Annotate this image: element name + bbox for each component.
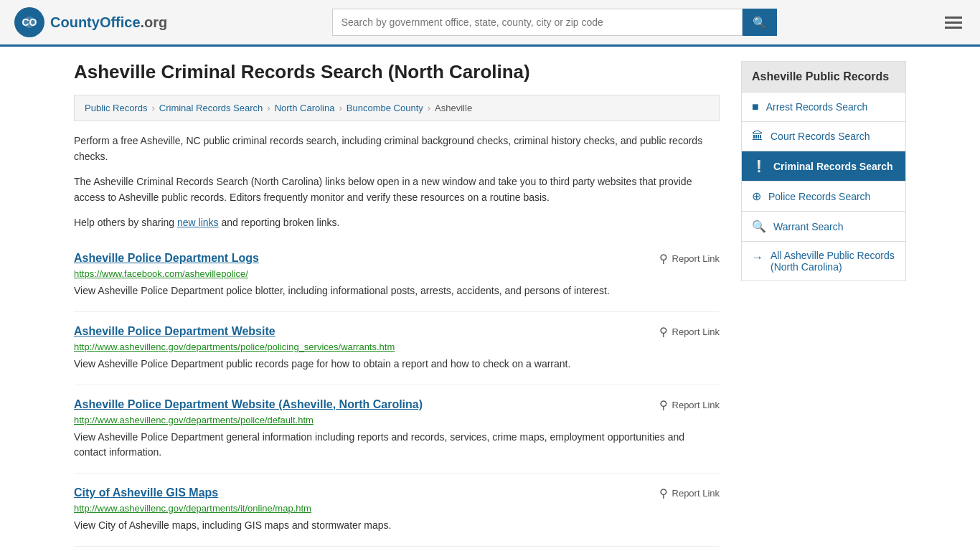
menu-button[interactable] [941,13,966,32]
report-link-2[interactable]: ⚲ Report Link [659,398,720,412]
description-1: Perform a free Asheville, NC public crim… [74,133,720,165]
result-desc-3: View City of Asheville maps, including G… [74,518,720,533]
search-input[interactable] [332,9,743,36]
breadcrumb-public-records[interactable]: Public Records [85,103,147,113]
report-icon-0: ⚲ [659,252,668,265]
sidebar-label-arrest-records: Arrest Records Search [766,101,868,113]
sidebar-item-criminal-records[interactable]: ❕ Criminal Records Search [741,151,906,181]
breadcrumb-buncombe-county[interactable]: Buncombe County [347,103,423,113]
sidebar-label-police-records: Police Records Search [768,191,870,202]
breadcrumb-asheville: Asheville [435,103,472,113]
sidebar-icon-court-records: 🏛 [752,130,763,143]
description-3: Help others by sharing new links and rep… [74,215,720,230]
report-label-3: Report Link [672,488,720,499]
report-label-0: Report Link [672,253,720,264]
result-desc-1: View Asheville Police Department public … [74,357,720,372]
breadcrumb: Public Records › Criminal Records Search… [74,95,720,121]
sidebar-icon-warrant-search: 🔍 [752,220,766,233]
result-url-2[interactable]: http://www.ashevillenc.gov/departments/p… [74,415,720,425]
main-container: Asheville Criminal Records Search (North… [60,47,920,551]
logo-icon: CO [14,7,44,37]
result-item-1: Asheville Police Department Website ⚲ Re… [74,312,720,385]
menu-icon-line3 [945,27,962,29]
report-icon-3: ⚲ [659,486,668,500]
sidebar-label-criminal-records: Criminal Records Search [773,161,893,172]
result-header-3: City of Asheville GIS Maps ⚲ Report Link [74,486,720,500]
report-label-2: Report Link [672,400,720,410]
result-url-1[interactable]: http://www.ashevillenc.gov/departments/p… [74,342,720,352]
new-links-link[interactable]: new links [177,217,219,228]
breadcrumb-sep-2: › [267,103,270,113]
sidebar-all-records-label: All Asheville Public Records (North Caro… [771,250,895,273]
sidebar-item-warrant-search[interactable]: 🔍 Warrant Search [741,211,906,242]
result-item-3: City of Asheville GIS Maps ⚲ Report Link… [74,474,720,547]
result-title-3[interactable]: City of Asheville GIS Maps [74,486,218,499]
menu-icon-line2 [945,22,962,24]
report-link-1[interactable]: ⚲ Report Link [659,325,720,339]
breadcrumb-sep-3: › [339,103,341,113]
report-link-3[interactable]: ⚲ Report Link [659,486,720,500]
breadcrumb-north-carolina[interactable]: North Carolina [275,103,335,113]
page-title: Asheville Criminal Records Search (North… [74,61,720,83]
sidebar-title: Asheville Public Records [741,61,906,92]
results-list: Asheville Police Department Logs ⚲ Repor… [74,239,720,547]
report-link-0[interactable]: ⚲ Report Link [659,252,720,265]
result-desc-2: View Asheville Police Department general… [74,430,720,460]
content-area: Asheville Criminal Records Search (North… [74,61,720,547]
result-item-0: Asheville Police Department Logs ⚲ Repor… [74,239,720,312]
result-header-2: Asheville Police Department Website (Ash… [74,398,720,412]
breadcrumb-sep-1: › [151,103,154,113]
result-title-1[interactable]: Asheville Police Department Website [74,325,275,338]
logo-text: CountyOffice.org [50,14,167,31]
sidebar-item-arrest-records[interactable]: ■ Arrest Records Search [741,92,906,121]
result-url-3[interactable]: http://www.ashevillenc.gov/departments/i… [74,503,720,514]
search-icon: 🔍 [753,16,767,29]
result-url-0[interactable]: https://www.facebook.com/ashevillepolice… [74,268,720,279]
sidebar-icon-police-records: ⊕ [752,189,761,203]
sidebar-label-warrant-search: Warrant Search [773,221,844,232]
svg-text:CO: CO [22,17,37,28]
result-desc-0: View Asheville Police Department police … [74,283,720,298]
search-area: 🔍 [332,9,777,36]
sidebar-item-police-records[interactable]: ⊕ Police Records Search [741,181,906,211]
result-item-2: Asheville Police Department Website (Ash… [74,385,720,474]
result-title-0[interactable]: Asheville Police Department Logs [74,252,259,265]
arrow-right-icon: → [752,251,763,264]
breadcrumb-criminal-records[interactable]: Criminal Records Search [159,103,263,113]
sidebar-item-court-records[interactable]: 🏛 Court Records Search [741,121,906,151]
result-header-0: Asheville Police Department Logs ⚲ Repor… [74,252,720,265]
sidebar-label-court-records: Court Records Search [771,131,870,142]
sidebar: Asheville Public Records ■ Arrest Record… [741,61,906,547]
site-header: CO CountyOffice.org 🔍 [0,0,980,47]
sidebar-items: ■ Arrest Records Search 🏛 Court Records … [741,92,906,242]
search-button[interactable]: 🔍 [743,9,777,36]
sidebar-icon-arrest-records: ■ [752,100,759,113]
breadcrumb-sep-4: › [428,103,430,113]
sidebar-all-records[interactable]: → All Asheville Public Records (North Ca… [741,242,906,281]
result-title-2[interactable]: Asheville Police Department Website (Ash… [74,398,423,411]
menu-icon-line1 [945,17,962,19]
report-label-1: Report Link [672,326,720,337]
description-2: The Asheville Criminal Records Search (N… [74,174,720,206]
report-icon-2: ⚲ [659,398,668,412]
result-header-1: Asheville Police Department Website ⚲ Re… [74,325,720,339]
report-icon-1: ⚲ [659,325,668,339]
sidebar-icon-criminal-records: ❕ [752,159,766,173]
logo[interactable]: CO CountyOffice.org [14,7,167,37]
